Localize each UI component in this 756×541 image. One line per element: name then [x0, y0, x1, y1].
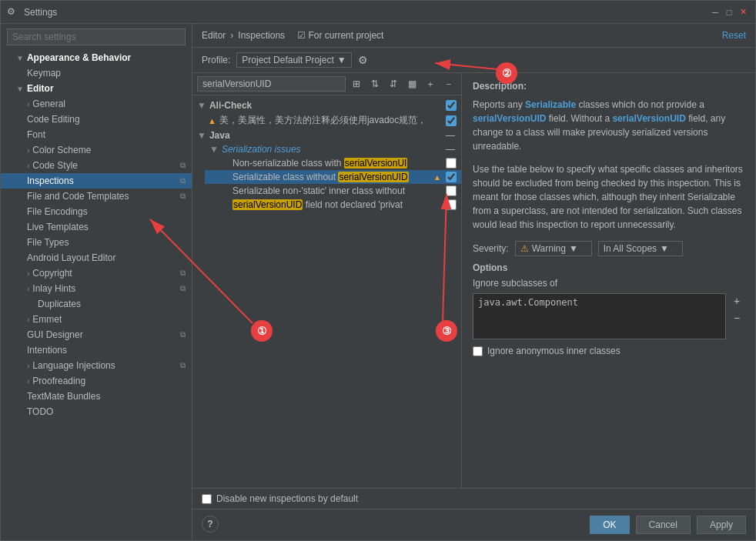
- group-ali-check-header[interactable]: ▼ Ali-Check: [192, 99, 461, 112]
- serialization-item-1[interactable]: Non-serializable class with serialVersio…: [205, 156, 461, 170]
- expand-all-button[interactable]: ⇅: [367, 76, 383, 92]
- sidebar-item-todo[interactable]: TODO: [1, 404, 192, 419]
- serialization-item-3-checkbox[interactable]: [446, 185, 457, 196]
- sidebar-item-duplicates[interactable]: Duplicates: [1, 296, 192, 312]
- serialization-item-2-checkbox[interactable]: [446, 172, 457, 182]
- sidebar-item-emmet[interactable]: › Emmet: [1, 312, 192, 327]
- bottom-bar: Disable new inspections by default: [192, 488, 755, 509]
- sidebar-item-file-encodings[interactable]: File Encodings: [1, 204, 192, 219]
- serialization-item-2[interactable]: Serializable class without serialVersion…: [205, 170, 461, 184]
- sidebar-item-color-scheme[interactable]: › Color Scheme: [1, 142, 192, 158]
- subgroup-serialization-header[interactable]: ▼ Serialization issues —: [205, 142, 461, 156]
- sidebar-item-code-editing[interactable]: Code Editing: [1, 112, 192, 127]
- scope-select[interactable]: In All Scopes ▼: [598, 241, 683, 256]
- group-ali-check-checkbox[interactable]: [446, 100, 457, 111]
- ignore-anonymous-checkbox[interactable]: [473, 346, 483, 356]
- split-pane: ⊞ ⇅ ⇵ ▦ ＋ － ▼ Ali-Check: [192, 73, 755, 488]
- serialization-item-3-label: Serializable non-'static' inner class wi…: [232, 185, 443, 196]
- scope-dropdown-icon: ▼: [660, 243, 669, 254]
- group-java-label: Java: [209, 130, 446, 141]
- serialization-item-1-checkbox[interactable]: [446, 158, 457, 169]
- sidebar-item-gui-designer[interactable]: GUI Designer ⧉: [1, 327, 192, 342]
- inspection-tree-panel: ⊞ ⇅ ⇵ ▦ ＋ － ▼ Ali-Check: [192, 73, 462, 488]
- profile-toolbar: Profile: Project Default Project ▼ ⚙: [192, 48, 755, 73]
- sidebar-item-font[interactable]: Font: [1, 127, 192, 142]
- description-text: Reports any Serializable classes which d…: [473, 98, 744, 153]
- sidebar-item-intentions[interactable]: Intentions: [1, 342, 192, 358]
- sidebar-item-appearance[interactable]: ▼ Appearance & Behavior: [1, 50, 192, 65]
- copy-icon: ⧉: [180, 192, 186, 201]
- apply-button[interactable]: Apply: [697, 516, 746, 534]
- severity-row: Severity: ⚠ Warning ▼ In All Scopes ▼: [473, 241, 744, 256]
- group-arrow-icon: ▼: [197, 130, 206, 141]
- sidebar-item-file-code-templates[interactable]: File and Code Templates ⧉: [1, 189, 192, 204]
- sidebar-search-input[interactable]: [7, 28, 186, 45]
- main-content: Editor › Inspections ☑ For current proje…: [192, 24, 755, 540]
- sidebar-item-general[interactable]: › General: [1, 96, 192, 112]
- add-class-button[interactable]: +: [729, 293, 744, 309]
- bold-svuid-2: serialVersionUID: [612, 113, 685, 124]
- maximize-button[interactable]: □: [723, 6, 735, 18]
- remove-inspection-button[interactable]: －: [441, 76, 457, 92]
- expand-arrow: ›: [27, 269, 29, 278]
- severity-dropdown-icon: ▼: [569, 243, 578, 254]
- disable-new-inspections-checkbox[interactable]: [202, 494, 212, 504]
- breadcrumb-sep: ›: [230, 30, 233, 41]
- profile-select[interactable]: Project Default Project ▼: [236, 52, 351, 68]
- cancel-button[interactable]: Cancel: [636, 516, 691, 534]
- reset-button[interactable]: Reset: [722, 30, 746, 41]
- sidebar-item-keymap[interactable]: Keymap: [1, 65, 192, 81]
- main-header: Editor › Inspections ☑ For current proje…: [192, 24, 755, 48]
- severity-label: Severity:: [473, 243, 509, 254]
- serialization-item-3[interactable]: Serializable non-'static' inner class wi…: [205, 184, 461, 198]
- add-inspection-button[interactable]: ＋: [423, 76, 438, 92]
- sidebar-item-file-types[interactable]: File Types: [1, 235, 192, 250]
- ignore-classes-input[interactable]: java.awt.Component: [473, 293, 726, 339]
- sidebar-item-inlay-hints[interactable]: › Inlay Hints ⧉: [1, 281, 192, 296]
- close-button[interactable]: ✕: [737, 6, 749, 18]
- sidebar-item-copyright[interactable]: › Copyright ⧉: [1, 265, 192, 281]
- minimize-button[interactable]: ─: [709, 6, 721, 18]
- highlight-2: serialVersionUID: [338, 172, 408, 182]
- window-controls: ─ □ ✕: [709, 6, 749, 18]
- sidebar-item-inspections[interactable]: Inspections ⧉: [1, 173, 192, 189]
- remove-class-button[interactable]: −: [729, 310, 744, 326]
- sidebar-item-language-injections[interactable]: › Language Injections ⧉: [1, 358, 192, 373]
- content-area: ▼ Appearance & Behavior Keymap ▼ Editor …: [1, 24, 755, 540]
- view-button[interactable]: ▦: [404, 76, 420, 92]
- bold-serializable: Serializable: [525, 99, 576, 110]
- collapse-all-button[interactable]: ⇵: [386, 76, 401, 92]
- disable-new-inspections-label: Disable new inspections by default: [216, 493, 358, 504]
- filter-button[interactable]: ⊞: [349, 76, 364, 92]
- copy-icon: ⧉: [180, 176, 186, 185]
- expand-arrow: ›: [27, 362, 29, 370]
- breadcrumb: Editor › Inspections: [202, 30, 285, 41]
- breadcrumb-editor: Editor: [202, 30, 226, 41]
- ali-check-item-1[interactable]: ▲ 美，美属性，美方法的注释必须使用javadoc规范，: [192, 112, 461, 129]
- gear-button[interactable]: ⚙: [358, 54, 368, 66]
- expand-arrow: ›: [27, 100, 29, 109]
- sidebar-item-editor[interactable]: ▼ Editor: [1, 81, 192, 96]
- serialization-item-2-label: Serializable class without serialVersion…: [232, 172, 433, 182]
- profile-value: Project Default Project: [242, 55, 333, 65]
- copy-icon: ⧉: [180, 330, 186, 339]
- disable-new-inspections-row: Disable new inspections by default: [202, 493, 358, 504]
- footer: ? OK Cancel Apply: [192, 509, 755, 540]
- inspection-search-input[interactable]: [197, 76, 346, 92]
- sidebar-item-live-templates[interactable]: Live Templates: [1, 219, 192, 235]
- sidebar-item-android-layout[interactable]: Android Layout Editor: [1, 250, 192, 265]
- serialization-item-4[interactable]: serialVersionUID field not declared 'pri…: [205, 198, 461, 212]
- severity-select[interactable]: ⚠ Warning ▼: [515, 241, 592, 256]
- severity-value: Warning: [532, 243, 566, 254]
- sidebar-item-textmate-bundles[interactable]: TextMate Bundles: [1, 389, 192, 404]
- help-button[interactable]: ?: [202, 516, 219, 533]
- serialization-item-1-label: Non-serializable class with serialVersio…: [232, 158, 443, 169]
- copy-icon: ⧉: [180, 269, 186, 278]
- sidebar-item-code-style[interactable]: › Code Style ⧉: [1, 158, 192, 173]
- serialization-item-4-checkbox[interactable]: [446, 199, 457, 210]
- sidebar-item-proofreading[interactable]: › Proofreading: [1, 373, 192, 389]
- checkbox-icon: ☑: [297, 30, 306, 41]
- ok-button[interactable]: OK: [590, 516, 629, 534]
- ali-check-item-checkbox[interactable]: [446, 115, 457, 126]
- group-java-header[interactable]: ▼ Java —: [192, 129, 461, 142]
